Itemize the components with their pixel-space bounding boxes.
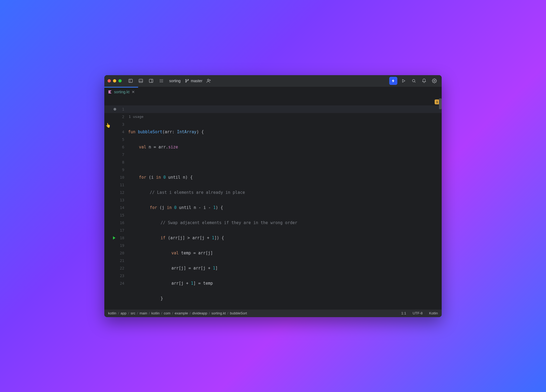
gutter-line[interactable]: 3 [104, 121, 128, 128]
breadcrumb-item[interactable]: main [139, 311, 147, 315]
svg-point-6 [160, 79, 160, 80]
breadcrumb-item[interactable]: kotlin [108, 311, 116, 315]
svg-point-12 [160, 82, 160, 82]
vcs-branch[interactable]: master [185, 79, 202, 83]
breadcrumb-item[interactable]: bubbleSort [230, 311, 247, 315]
add-user-icon[interactable] [205, 77, 213, 85]
svg-point-14 [162, 82, 163, 82]
gutter-line[interactable]: 15 [104, 211, 128, 219]
project-name[interactable]: sorting [169, 79, 181, 83]
gutter-line[interactable]: 11 [104, 181, 128, 189]
window-controls [108, 79, 122, 82]
gutter-line[interactable]: 13 [104, 196, 128, 204]
svg-line-23 [415, 82, 415, 82]
gutter-line[interactable]: 17 [104, 227, 128, 234]
gutter-line[interactable]: 21 [104, 257, 128, 264]
gutter-line[interactable]: 23 [104, 272, 128, 280]
svg-rect-0 [129, 79, 132, 82]
maximize-window-button[interactable] [118, 79, 122, 82]
search-icon[interactable] [410, 77, 418, 85]
tab-close-icon[interactable]: ✕ [132, 90, 135, 94]
svg-point-10 [161, 81, 162, 81]
svg-point-17 [188, 79, 188, 80]
scrollbar-thumb[interactable] [439, 98, 442, 109]
breadcrumb-item[interactable]: src [131, 311, 135, 315]
breadcrumb-item[interactable]: com [164, 311, 171, 315]
kotlin-file-icon [108, 90, 112, 94]
gutter-line[interactable]: 8 [104, 158, 128, 166]
gutter-line[interactable]: 5 [104, 136, 128, 143]
svg-rect-2 [139, 79, 143, 82]
gutter-line[interactable]: 16 [104, 219, 128, 227]
gutter-line[interactable]: 12 [104, 189, 128, 196]
svg-point-15 [185, 79, 186, 80]
ai-assistant-button[interactable] [389, 77, 397, 85]
gutter-line[interactable]: 1 [104, 105, 128, 113]
svg-point-13 [161, 82, 162, 82]
minimize-window-button[interactable] [113, 79, 116, 82]
language-mode[interactable]: Kotlin [429, 311, 438, 315]
settings-icon[interactable] [430, 77, 438, 85]
svg-point-9 [160, 81, 160, 81]
editor-tabbar: sorting.kt ✕ [104, 87, 442, 97]
gutter-line[interactable]: 19 [104, 242, 128, 249]
tab-filename: sorting.kt [114, 90, 129, 94]
statusbar: kotlin/ app/ src/ main/ kotlin/ com/ exa… [104, 310, 442, 317]
gutter-line[interactable]: 4 [104, 128, 128, 136]
gutter-line[interactable]: 7 [104, 151, 128, 158]
tab-sorting-kt[interactable]: sorting.kt ✕ [104, 87, 138, 97]
right-panel-toggle[interactable] [147, 77, 155, 85]
run-button[interactable] [399, 77, 408, 85]
gutter-line[interactable]: 20 [104, 249, 128, 257]
bolt-icon [391, 79, 395, 83]
breadcrumb-item[interactable]: sorting.kt [211, 311, 226, 315]
breadcrumb-item[interactable]: kotlin [151, 311, 159, 315]
gutter-line[interactable]: 14 [104, 204, 128, 211]
encoding[interactable]: UTF-8 [413, 311, 423, 315]
gutter-line[interactable]: 2 [104, 113, 128, 121]
gutter-line[interactable]: 10 [104, 174, 128, 181]
close-window-button[interactable] [108, 79, 111, 82]
gutter[interactable]: 1 2 3 4 5 6 7 8 9 10 11 12 13 14 15 16 1… [104, 97, 128, 310]
left-panel-toggle[interactable] [126, 77, 135, 85]
svg-point-18 [207, 79, 209, 81]
svg-point-22 [412, 79, 415, 82]
svg-point-7 [161, 79, 162, 80]
branch-name: master [191, 79, 202, 83]
cursor-position[interactable]: 1:1 [401, 311, 406, 315]
branch-icon [185, 79, 189, 83]
breadcrumb-item[interactable]: divideapp [192, 311, 207, 315]
svg-rect-4 [149, 79, 153, 82]
editor[interactable]: 1 2 3 4 5 6 7 8 9 10 11 12 13 14 15 16 1… [104, 97, 442, 310]
gutter-line[interactable]: 22 [104, 264, 128, 272]
breadcrumb-item[interactable]: app [121, 311, 126, 315]
svg-point-16 [185, 81, 186, 82]
gutter-line[interactable]: 9 [104, 166, 128, 174]
bottom-panel-toggle[interactable] [137, 77, 145, 85]
svg-point-24 [434, 80, 435, 82]
notifications-icon[interactable] [420, 77, 428, 85]
ide-window: sorting master sorting.kt [104, 75, 442, 317]
breadcrumb-item[interactable]: example [175, 311, 188, 315]
app-grid-icon[interactable] [157, 77, 165, 85]
titlebar: sorting master [104, 75, 442, 87]
svg-point-8 [162, 79, 163, 80]
gutter-line[interactable]: 6 [104, 143, 128, 151]
svg-point-11 [162, 81, 163, 81]
gutter-run-icon[interactable]: 18 [104, 234, 128, 242]
code-area[interactable]: 1 usage fun bubbleSort(arr: IntArray) { … [128, 97, 442, 310]
usage-hint[interactable]: 1 usage [128, 113, 442, 121]
svg-marker-21 [402, 79, 405, 82]
gutter-line[interactable]: 24 [104, 280, 128, 287]
